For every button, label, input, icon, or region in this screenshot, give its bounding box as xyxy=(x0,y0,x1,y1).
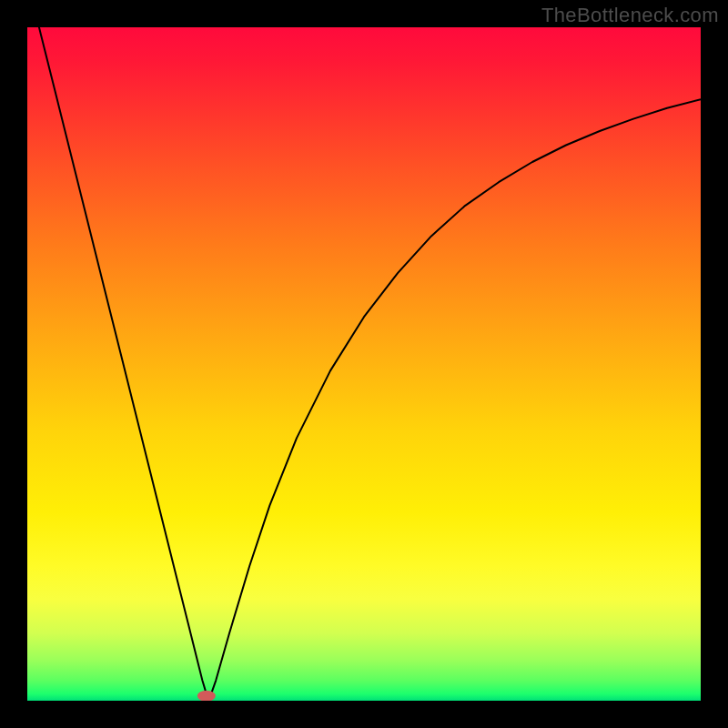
chart-frame: TheBottleneck.com xyxy=(0,0,728,728)
curve-svg xyxy=(27,27,701,701)
optimal-marker xyxy=(197,691,216,701)
plot-area xyxy=(27,27,701,701)
bottleneck-curve xyxy=(27,27,701,694)
attribution-label: TheBottleneck.com xyxy=(541,4,719,27)
